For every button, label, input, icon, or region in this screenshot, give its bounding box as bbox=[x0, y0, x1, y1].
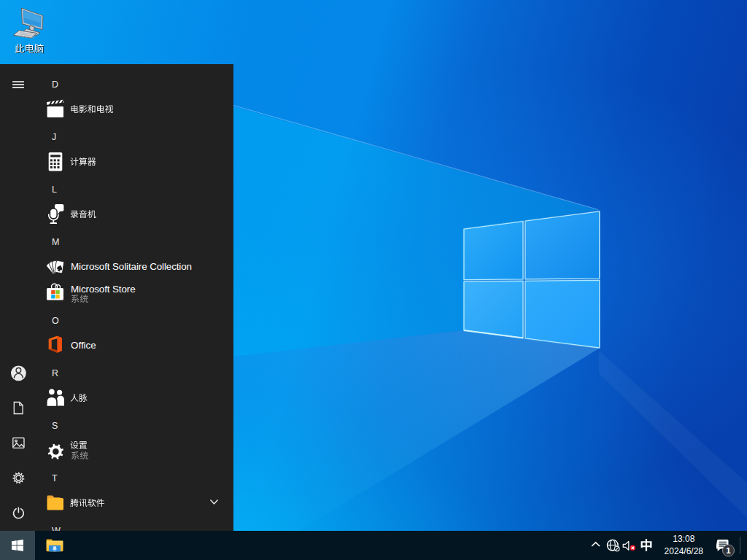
svg-text:1: 1 bbox=[726, 546, 731, 555]
